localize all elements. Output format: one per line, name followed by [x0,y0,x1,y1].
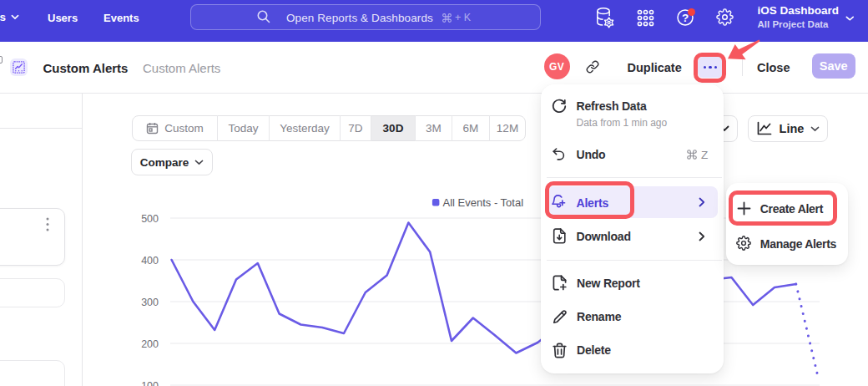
svg-text:500: 500 [141,213,159,225]
svg-text:100: 100 [141,380,159,386]
svg-text:?: ? [682,12,689,24]
svg-text:300: 300 [141,297,159,308]
svg-text:200: 200 [141,338,159,350]
svg-text:All Events - Total: All Events - Total [443,196,524,209]
svg-text:400: 400 [141,255,159,267]
